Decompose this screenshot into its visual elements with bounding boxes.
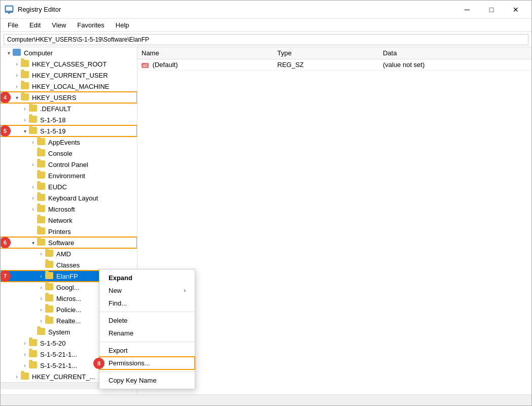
cell-name: ab (Default) [137, 59, 273, 71]
tree-item-s1519[interactable]: ▾ S-1-5-19 [1, 125, 137, 137]
tree-item-console[interactable]: Console [1, 148, 137, 159]
tree-label-software: Software [48, 239, 74, 247]
expand-realtek[interactable]: › [37, 318, 45, 324]
tree-item-printers[interactable]: Printers [1, 226, 137, 237]
tree-row-s1519: 5 ▾ S-1-5-19 [1, 125, 137, 137]
tree-label-elanfp: ElanFP [56, 273, 78, 280]
tree-item-hkcu[interactable]: › HKEY_CURRENT_USER [1, 70, 137, 81]
expand-hklm[interactable]: › [13, 84, 21, 89]
expand-elanfp[interactable]: › [37, 274, 45, 279]
badge-7: 7 [1, 270, 11, 282]
tree-item-computer[interactable]: ▾ Computer [1, 47, 137, 58]
folder-icon-hkcr [21, 60, 30, 68]
expand-kbdlayout[interactable]: › [29, 195, 37, 201]
tree-label-s1519: S-1-5-19 [40, 127, 66, 135]
ctx-new[interactable]: New › [99, 284, 195, 297]
expand-s15211[interactable]: › [21, 352, 29, 357]
expand-microsoft2[interactable]: › [37, 296, 45, 301]
address-input[interactable] [4, 34, 528, 45]
folder-icon-elanfp [45, 272, 54, 280]
expand-controlpanel[interactable]: › [29, 162, 37, 167]
tree-label-eudc: EUDC [48, 183, 67, 191]
tree-row-microsoft: › Microsoft [1, 204, 137, 215]
tree-label-default: .DEFAULT [40, 105, 71, 113]
computer-icon [13, 49, 22, 57]
ctx-rename-label: Rename [109, 329, 133, 337]
folder-icon-s15212 [29, 361, 38, 369]
ctx-permissions[interactable]: 8 Permissions... [99, 357, 195, 369]
expand-appevents[interactable]: › [29, 140, 37, 145]
expand-hkcc[interactable]: › [13, 374, 21, 380]
tree-item-hku[interactable]: ▾ HKEY_USERS [1, 92, 137, 103]
svg-rect-3 [8, 13, 10, 14]
tree-item-network[interactable]: Network [1, 215, 137, 226]
folder-icon-system [37, 328, 46, 336]
expand-google[interactable]: › [37, 285, 45, 290]
table-row: ab (Default) REG_SZ (value not set) [137, 59, 531, 71]
expand-hkcu[interactable]: › [13, 73, 21, 78]
expand-amd[interactable]: › [37, 251, 45, 257]
folder-icon-s15211 [29, 350, 38, 358]
col-name[interactable]: Name [137, 47, 273, 59]
ctx-export-label: Export [109, 347, 128, 354]
tree-item-hklm[interactable]: › HKEY_LOCAL_MACHINE [1, 81, 137, 92]
expand-eudc[interactable]: › [29, 184, 37, 190]
tree-item-software[interactable]: ▾ Software [1, 237, 137, 248]
expand-hkcr[interactable]: › [13, 61, 21, 67]
title-bar: Registry Editor ─ □ ✕ [1, 1, 531, 19]
tree-item-kbdlayout[interactable]: › Keyboard Layout [1, 192, 137, 204]
tree-row-hkcr: › HKEY_CLASSES_ROOT [1, 58, 137, 70]
tree-item-default[interactable]: › .DEFAULT [1, 103, 137, 114]
ctx-rename[interactable]: Rename [99, 327, 195, 340]
tree-label-s15211: S-1-5-21-1... [40, 351, 77, 358]
menu-view[interactable]: View [47, 20, 71, 30]
tree-label-environment: Environment [48, 172, 85, 180]
tree-item-appevents[interactable]: › AppEvents [1, 137, 137, 148]
tree-item-hkcr[interactable]: › HKEY_CLASSES_ROOT [1, 58, 137, 70]
folder-icon-software [37, 239, 46, 247]
menu-edit[interactable]: Edit [24, 20, 46, 30]
tree-row-hkcu: › HKEY_CURRENT_USER [1, 70, 137, 81]
tree-label-amd: AMD [56, 250, 71, 258]
minimize-button[interactable]: ─ [455, 2, 479, 18]
tree-row-appevents: › AppEvents [1, 137, 137, 148]
menu-favorites[interactable]: Favorites [72, 20, 109, 30]
expand-microsoft[interactable]: › [29, 207, 37, 212]
expand-s1518[interactable]: › [21, 117, 29, 123]
ctx-find[interactable]: Find... [99, 297, 195, 310]
tree-item-eudc[interactable]: › EUDC [1, 181, 137, 192]
tree-label-hklm: HKEY_LOCAL_MACHINE [32, 83, 109, 90]
ctx-expand[interactable]: Expand [99, 272, 195, 284]
expand-default[interactable]: › [21, 106, 29, 112]
expand-software[interactable]: ▾ [29, 240, 37, 246]
menu-file[interactable]: File [3, 20, 23, 30]
ctx-delete[interactable]: Delete [99, 314, 195, 327]
tree-label-controlpanel: Control Panel [48, 161, 88, 168]
ctx-copykeyname[interactable]: Copy Key Name [99, 374, 195, 387]
folder-icon-hku [21, 93, 30, 101]
tree-item-microsoft[interactable]: › Microsoft [1, 204, 137, 215]
tree-row-kbdlayout: › Keyboard Layout [1, 192, 137, 204]
expand-computer[interactable]: ▾ [5, 50, 13, 56]
tree-label-computer: Computer [24, 49, 53, 57]
menu-help[interactable]: Help [111, 20, 134, 30]
tree-item-amd[interactable]: › AMD [1, 248, 137, 259]
folder-icon-default [29, 105, 38, 113]
expand-policies[interactable]: › [37, 307, 45, 313]
close-button[interactable]: ✕ [504, 2, 527, 18]
badge-5: 5 [1, 125, 11, 137]
context-menu: Expand New › Find... Delete Rename Expor… [99, 269, 195, 389]
tree-item-controlpanel[interactable]: › Control Panel [1, 159, 137, 170]
expand-s1519[interactable]: ▾ [21, 128, 29, 134]
maximize-button[interactable]: □ [480, 2, 503, 18]
folder-icon-classes [45, 261, 54, 269]
col-data[interactable]: Data [379, 47, 531, 59]
expand-s1520[interactable]: › [21, 341, 29, 346]
col-type[interactable]: Type [273, 47, 379, 59]
expand-s15212[interactable]: › [21, 363, 29, 368]
expand-hku[interactable]: ▾ [13, 95, 21, 100]
tree-item-s1518[interactable]: › S-1-5-18 [1, 114, 137, 125]
tree-item-environment[interactable]: Environment [1, 170, 137, 181]
ctx-export[interactable]: Export [99, 344, 195, 357]
address-bar [1, 32, 531, 47]
